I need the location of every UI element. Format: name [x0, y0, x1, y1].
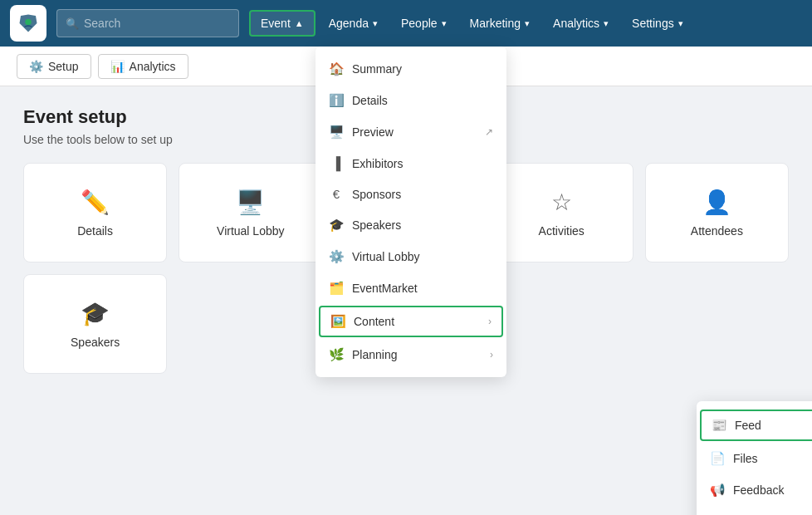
logo — [10, 5, 46, 42]
details-card[interactable]: ✏️ Details — [23, 163, 167, 262]
nav-event[interactable]: Event ▲ — [249, 10, 316, 37]
page-wrapper: 🔍 Event ▲ Agenda ▾ People ▾ Marketing ▾ … — [0, 0, 812, 394]
chevron-down-icon: ▾ — [604, 18, 609, 29]
speakers-card[interactable]: 🎓 Speakers — [23, 274, 167, 374]
nav-people[interactable]: People ▾ — [391, 12, 457, 35]
activities-card[interactable]: ☆ Activities — [490, 163, 633, 262]
setup-icon: ⚙️ — [29, 60, 43, 73]
euro-icon: € — [329, 187, 344, 201]
dropdown-item-planning[interactable]: 🌿 Planning › — [316, 339, 506, 370]
feed-icon: 📰 — [712, 418, 726, 433]
nav-agenda[interactable]: Agenda ▾ — [319, 12, 388, 35]
home-icon: 🏠 — [329, 61, 344, 76]
search-input[interactable] — [84, 17, 230, 30]
navbar: 🔍 Event ▲ Agenda ▾ People ▾ Marketing ▾ … — [0, 0, 812, 47]
info-icon: ℹ️ — [329, 93, 344, 108]
chevron-down-icon: ▾ — [442, 18, 447, 29]
monitor-icon: 🖥️ — [236, 189, 265, 216]
person-icon: 👤 — [702, 189, 731, 216]
svg-point-1 — [25, 19, 32, 26]
content-icon: 🖼️ — [330, 314, 345, 329]
search-bar[interactable]: 🔍 — [56, 9, 239, 37]
submenu-item-feed[interactable]: 📰 Feed — [700, 410, 812, 441]
planning-icon: 🌿 — [329, 347, 344, 362]
exhibitors-icon: ▐ — [329, 156, 344, 170]
analytics-button[interactable]: 📊 Analytics — [98, 54, 188, 79]
analytics-icon: 📊 — [110, 60, 125, 73]
chevron-down-icon: ▾ — [678, 18, 683, 29]
chevron-down-icon: ▾ — [525, 18, 530, 29]
chevron-right-icon: › — [490, 349, 493, 360]
dropdown-item-content[interactable]: 🖼️ Content › — [319, 306, 503, 337]
dropdown-item-exhibitors[interactable]: ▐ Exhibitors — [316, 148, 506, 179]
submenu-item-files[interactable]: 📄 Files — [697, 443, 812, 474]
dropdown-item-details[interactable]: ℹ️ Details — [316, 85, 506, 116]
dropdown-item-preview[interactable]: 🖥️ Preview ↗ — [316, 116, 506, 148]
market-icon: 🗂️ — [329, 281, 344, 296]
attendees-card[interactable]: 👤 Attendees — [645, 163, 789, 262]
nav-analytics[interactable]: Analytics ▾ — [543, 12, 619, 35]
nav-marketing[interactable]: Marketing ▾ — [460, 12, 540, 35]
virtual-lobby-card[interactable]: 🖥️ Virtual Lobby — [179, 163, 322, 262]
star-icon: ☆ — [551, 189, 572, 216]
search-icon: 🔍 — [66, 17, 79, 30]
chevron-down-icon: ▾ — [373, 18, 378, 29]
monitor-icon: 🖥️ — [329, 125, 344, 140]
file-icon: 📄 — [710, 451, 725, 466]
dropdown-item-sponsors[interactable]: € Sponsors — [316, 179, 506, 209]
dropdown-item-speakers[interactable]: 🎓 Speakers — [316, 209, 506, 241]
megaphone-icon: 📢 — [710, 483, 725, 498]
dropdown-item-virtual-lobby[interactable]: ⚙️ Virtual Lobby — [316, 241, 506, 272]
event-dropdown: 🏠 Summary ℹ️ Details 🖥️ Preview ↗ ▐ Exhi… — [316, 47, 506, 377]
submenu-item-feedback[interactable]: 📢 Feedback — [697, 474, 812, 506]
nav-settings[interactable]: Settings ▾ — [622, 12, 693, 35]
dropdown-item-summary[interactable]: 🏠 Summary — [316, 53, 506, 85]
gear-icon: ⚙️ — [329, 249, 344, 264]
external-link-icon: ↗ — [485, 126, 493, 138]
edit-icon: ✏️ — [81, 189, 110, 216]
graduation-icon: 🎓 — [329, 218, 344, 233]
submenu-item-photo-gallery[interactable]: 📷 Photo gallery — [697, 506, 812, 515]
dropdown-item-eventmarket[interactable]: 🗂️ EventMarket — [316, 272, 506, 304]
content-submenu: 📰 Feed 📄 Files 📢 Feedback 📷 Photo galler… — [697, 401, 812, 515]
setup-button[interactable]: ⚙️ Setup — [17, 54, 91, 79]
chevron-up-icon: ▲ — [295, 18, 304, 28]
graduation-icon: 🎓 — [81, 300, 110, 327]
chevron-right-icon: › — [488, 316, 492, 327]
